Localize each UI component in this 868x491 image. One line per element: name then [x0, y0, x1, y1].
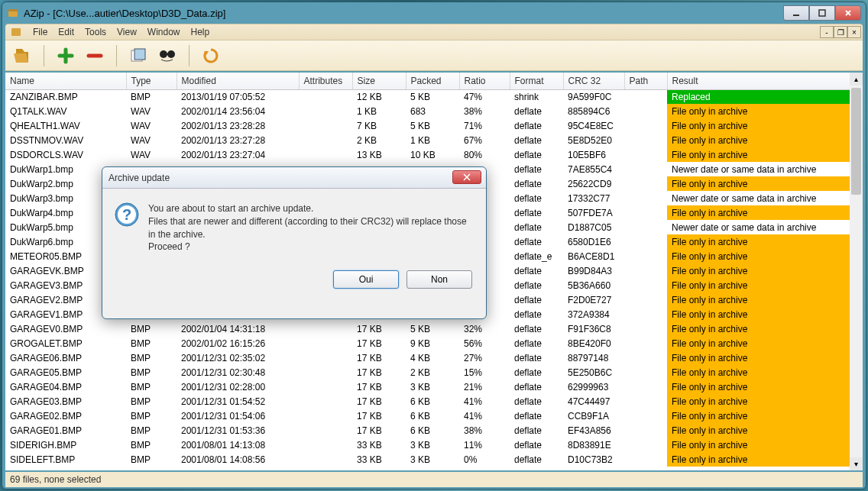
col-modified[interactable]: Modified	[177, 73, 299, 89]
col-packed[interactable]: Packed	[406, 73, 459, 89]
col-ratio[interactable]: Ratio	[459, 73, 510, 89]
result-cell: File only in archive	[667, 292, 863, 307]
menu-view[interactable]: View	[117, 27, 137, 37]
table-row[interactable]: DSSTNMOV.WAVWAV2002/01/13 23:27:282 KB1 …	[5, 133, 863, 147]
menu-help[interactable]: Help	[191, 27, 210, 37]
result-cell: File only in archive	[667, 205, 863, 220]
archive-icon	[10, 26, 22, 38]
col-result[interactable]: Result	[667, 73, 863, 89]
result-cell: File only in archive	[667, 147, 863, 162]
table-row[interactable]: GARAGE02.BMPBMP2001/12/31 01:54:0617 KB6…	[5, 409, 863, 423]
col-type[interactable]: Type	[126, 73, 177, 89]
menu-window[interactable]: Window	[147, 27, 180, 37]
menubar: File Edit Tools View Window Help - ❐ ×	[5, 24, 863, 40]
svg-rect-11	[167, 53, 168, 55]
remove-button[interactable]	[84, 45, 105, 66]
result-cell: File only in archive	[667, 321, 863, 336]
result-cell: File only in archive	[667, 104, 863, 118]
col-crc32[interactable]: CRC 32	[563, 73, 624, 89]
result-cell: File only in archive	[667, 350, 863, 365]
svg-point-10	[167, 50, 175, 58]
dialog-message: You are about to start an archive update…	[148, 202, 474, 254]
scroll-down-icon[interactable]: ▾	[850, 457, 863, 470]
scroll-up-icon[interactable]: ▴	[850, 73, 863, 86]
result-cell: File only in archive	[667, 307, 863, 321]
table-row[interactable]: GARAGE03.BMPBMP2001/12/31 01:54:5217 KB6…	[5, 394, 863, 409]
result-cell: Replaced	[667, 89, 863, 104]
col-path[interactable]: Path	[624, 73, 667, 89]
table-row[interactable]: GARAGE05.BMPBMP2001/12/31 02:30:4817 KB2…	[5, 365, 863, 380]
mdi-close-button[interactable]: ×	[847, 26, 861, 38]
dialog-titlebar[interactable]: Archive update	[102, 167, 486, 189]
table-row[interactable]: SIDELEFT.BMPBMP2001/08/01 14:08:5633 KB3…	[5, 452, 863, 467]
add-button[interactable]	[55, 45, 76, 66]
column-headers[interactable]: Name Type Modified Attributes Size Packe…	[5, 73, 863, 89]
result-cell: File only in archive	[667, 394, 863, 409]
result-cell: Newer date or same data in archive	[667, 162, 863, 176]
result-cell: File only in archive	[667, 409, 863, 423]
table-row[interactable]: QHEALTH1.WAVWAV2002/01/13 23:28:287 KB5 …	[5, 118, 863, 133]
table-row[interactable]: SIDERIGH.BMPBMP2001/08/01 14:13:0833 KB3…	[5, 438, 863, 452]
refresh-button[interactable]	[200, 45, 222, 66]
svg-point-9	[160, 50, 167, 58]
mdi-restore-button[interactable]: ❐	[834, 26, 847, 38]
result-cell: Newer date or same data in archive	[667, 191, 863, 205]
open-archive-button[interactable]	[11, 45, 33, 66]
dialog-title: Archive update	[108, 173, 170, 183]
table-row[interactable]: DSDORCLS.WAVWAV2002/01/13 23:27:0413 KB1…	[5, 147, 863, 162]
close-button[interactable]	[835, 5, 861, 21]
result-cell: File only in archive	[667, 263, 863, 278]
properties-button[interactable]	[128, 45, 149, 66]
titlebar[interactable]: AZip - [C:\Use...autier\Desktop\D3D_Data…	[2, 2, 866, 24]
svg-marker-6	[14, 53, 28, 63]
question-icon: ?	[115, 202, 139, 227]
vertical-scrollbar[interactable]: ▴ ▾	[850, 73, 863, 470]
svg-rect-8	[134, 49, 145, 60]
col-name[interactable]: Name	[5, 73, 126, 89]
close-icon	[462, 173, 471, 181]
col-format[interactable]: Format	[510, 73, 563, 89]
result-cell: File only in archive	[667, 380, 863, 394]
result-cell: File only in archive	[667, 365, 863, 380]
result-cell: File only in archive	[667, 438, 863, 452]
result-cell: File only in archive	[667, 118, 863, 133]
result-cell: File only in archive	[667, 336, 863, 350]
svg-text:?: ?	[122, 206, 131, 223]
menu-file[interactable]: File	[33, 27, 47, 37]
dialog-close-button[interactable]	[452, 170, 481, 184]
result-cell: File only in archive	[667, 278, 863, 292]
result-cell: File only in archive	[667, 423, 863, 438]
result-cell: File only in archive	[667, 176, 863, 191]
app-icon	[7, 7, 19, 19]
result-cell: File only in archive	[667, 452, 863, 467]
statusbar: 69 files, none selected	[5, 472, 863, 487]
scroll-thumb[interactable]	[851, 88, 861, 195]
svg-rect-4	[11, 28, 21, 36]
minimize-button[interactable]	[783, 5, 809, 21]
yes-button[interactable]: Oui	[333, 270, 399, 289]
find-button[interactable]	[157, 45, 178, 66]
col-size[interactable]: Size	[352, 73, 406, 89]
result-cell: File only in archive	[667, 249, 863, 263]
svg-rect-1	[8, 9, 18, 11]
result-cell: Newer date or same data in archive	[667, 220, 863, 234]
result-cell: File only in archive	[667, 234, 863, 249]
col-attributes[interactable]: Attributes	[299, 73, 352, 89]
result-cell: File only in archive	[667, 133, 863, 147]
table-row[interactable]: GARAGE06.BMPBMP2001/12/31 02:35:0217 KB4…	[5, 350, 863, 365]
status-text: 69 files, none selected	[10, 474, 101, 485]
menu-tools[interactable]: Tools	[85, 27, 106, 37]
table-row[interactable]: GARAGE01.BMPBMP2001/12/31 01:53:3617 KB6…	[5, 423, 863, 438]
maximize-button[interactable]	[809, 5, 835, 21]
table-row[interactable]: GARAGE04.BMPBMP2001/12/31 02:28:0017 KB3…	[5, 380, 863, 394]
svg-rect-2	[793, 15, 799, 16]
menu-edit[interactable]: Edit	[58, 27, 74, 37]
window-title: AZip - [C:\Use...autier\Desktop\D3D_Data…	[24, 8, 783, 19]
toolbar	[5, 40, 863, 71]
table-row[interactable]: Q1TALK.WAVWAV2002/01/14 23:56:041 KB6833…	[5, 104, 863, 118]
mdi-minimize-button[interactable]: -	[820, 26, 834, 38]
table-row[interactable]: GARAGEV0.BMPBMP2002/01/04 14:31:1817 KB5…	[5, 321, 863, 336]
table-row[interactable]: ZANZIBAR.BMPBMP2013/01/19 07:05:5212 KB5…	[5, 89, 863, 104]
table-row[interactable]: GROGALET.BMPBMP2002/01/02 16:15:2617 KB9…	[5, 336, 863, 350]
no-button[interactable]: Non	[406, 270, 472, 289]
